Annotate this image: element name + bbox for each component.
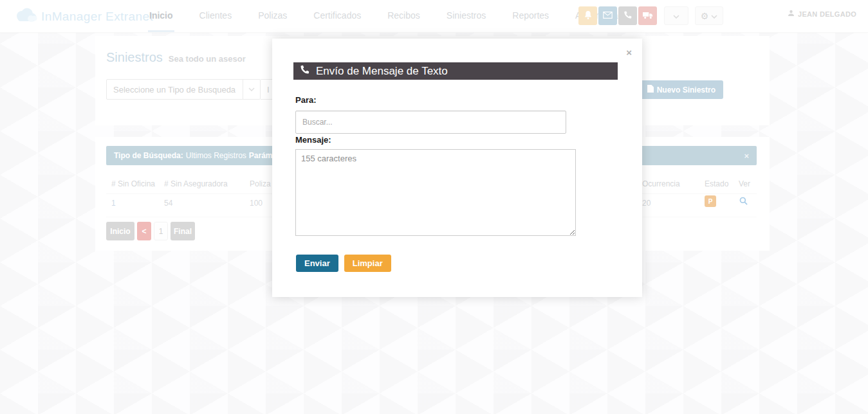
modal-action-buttons: Enviar Limpiar xyxy=(296,255,391,272)
sms-modal-title: Envío de Mensaje de Texto xyxy=(316,65,448,78)
sms-modal-header: Envío de Mensaje de Texto xyxy=(293,62,618,80)
phone-icon xyxy=(300,64,310,78)
message-label: Mensaje: xyxy=(295,135,331,145)
clear-button[interactable]: Limpiar xyxy=(344,255,391,272)
send-button[interactable]: Enviar xyxy=(296,255,338,272)
message-textarea[interactable] xyxy=(295,149,576,236)
to-search-input[interactable] xyxy=(295,111,566,134)
sms-modal: × Envío de Mensaje de Texto Para: Mensaj… xyxy=(272,39,642,297)
to-label: Para: xyxy=(295,95,317,105)
close-icon[interactable]: × xyxy=(626,48,632,57)
